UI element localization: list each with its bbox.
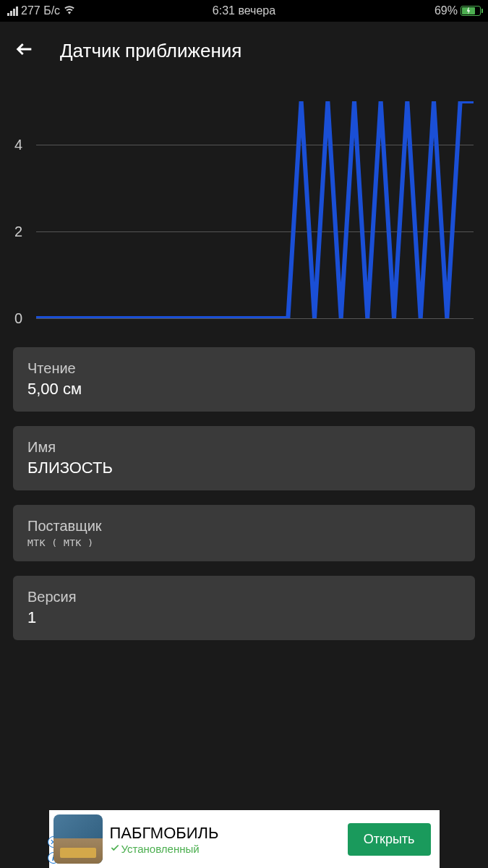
y-tick-0: 0 (14, 310, 22, 327)
card-value: MTK ( MTK ) (27, 537, 461, 548)
check-icon (110, 843, 120, 855)
card-label: Имя (27, 439, 461, 456)
ad-subtitle-text: Установленный (121, 843, 200, 855)
card-name[interactable]: Имя БЛИЗОСТЬ (13, 426, 475, 490)
back-button[interactable] (14, 39, 35, 62)
page-title: Датчик приближения (60, 40, 241, 62)
signal-icon (7, 6, 18, 16)
ad-banner[interactable]: ✕ i ПАБГМОБИЛЬ Установленный Открыть (49, 810, 440, 868)
card-label: Чтение (27, 360, 461, 377)
ad-text: ПАБГМОБИЛЬ Установленный (110, 824, 341, 855)
ad-title: ПАБГМОБИЛЬ (110, 824, 341, 843)
info-cards: Чтение 5,00 см Имя БЛИЗОСТЬ Поставщик MT… (0, 347, 488, 640)
battery-percent: 69% (435, 4, 458, 17)
status-right: 69% (435, 4, 481, 17)
card-version[interactable]: Версия 1 (13, 576, 475, 640)
status-time: 6:31 вечера (213, 4, 275, 17)
card-vendor[interactable]: Поставщик MTK ( MTK ) (13, 505, 475, 561)
y-tick-2: 2 (14, 224, 22, 240)
status-left: 277 Б/с (7, 4, 76, 17)
card-value: 1 (27, 608, 461, 627)
network-speed: 277 Б/с (21, 4, 60, 17)
wifi-icon (63, 4, 76, 17)
card-label: Поставщик (27, 518, 461, 535)
ad-subtitle: Установленный (110, 843, 341, 855)
card-reading[interactable]: Чтение 5,00 см (13, 347, 475, 412)
proximity-chart: 4 2 0 (36, 101, 474, 318)
y-tick-4: 4 (14, 137, 22, 153)
status-bar: 277 Б/с 6:31 вечера 69% (0, 0, 488, 22)
chart-container: 4 2 0 (0, 80, 488, 347)
ad-open-button[interactable]: Открыть (348, 823, 431, 856)
chart-line (36, 101, 474, 318)
card-label: Версия (27, 589, 461, 605)
card-value: БЛИЗОСТЬ (27, 459, 461, 477)
ad-app-icon[interactable] (53, 814, 103, 864)
battery-icon (461, 6, 481, 16)
app-header: Датчик приближения (0, 22, 488, 80)
card-value: 5,00 см (27, 380, 461, 399)
